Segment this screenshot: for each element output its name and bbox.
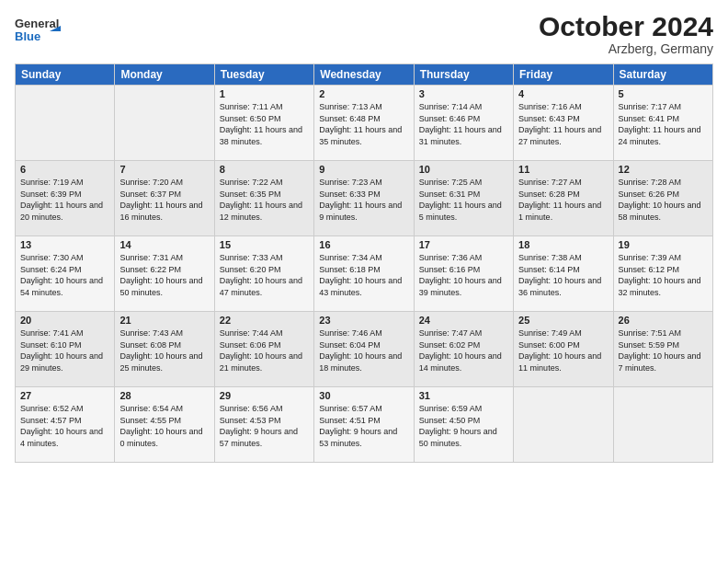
- svg-text:Blue: Blue: [15, 29, 40, 43]
- day-number: 26: [619, 315, 708, 326]
- calendar-cell-3-4: 24Sunrise: 7:47 AMSunset: 6:02 PMDayligh…: [414, 312, 513, 387]
- cell-info: Sunrise: 6:52 AMSunset: 4:57 PMDaylight:…: [20, 404, 103, 448]
- calendar-cell-4-6: [613, 387, 712, 463]
- calendar-cell-1-0: 6Sunrise: 7:19 AMSunset: 6:39 PMDaylight…: [16, 161, 115, 236]
- calendar-cell-2-1: 14Sunrise: 7:31 AMSunset: 6:22 PMDayligh…: [115, 236, 214, 312]
- col-wednesday: Wednesday: [314, 64, 414, 86]
- calendar-cell-0-1: [115, 86, 214, 161]
- cell-info: Sunrise: 7:13 AMSunset: 6:48 PMDaylight:…: [319, 102, 402, 146]
- cell-info: Sunrise: 6:59 AMSunset: 4:50 PMDaylight:…: [419, 404, 497, 448]
- calendar-cell-1-1: 7Sunrise: 7:20 AMSunset: 6:37 PMDaylight…: [115, 161, 214, 236]
- calendar-cell-2-6: 19Sunrise: 7:39 AMSunset: 6:12 PMDayligh…: [613, 236, 712, 312]
- day-number: 11: [518, 164, 608, 175]
- week-row-1: 6Sunrise: 7:19 AMSunset: 6:39 PMDaylight…: [16, 161, 713, 236]
- calendar-cell-1-2: 8Sunrise: 7:22 AMSunset: 6:35 PMDaylight…: [214, 161, 313, 236]
- month-title: October 2024: [539, 11, 713, 41]
- cell-info: Sunrise: 7:25 AMSunset: 6:31 PMDaylight:…: [419, 178, 502, 222]
- calendar-cell-0-4: 3Sunrise: 7:14 AMSunset: 6:46 PMDaylight…: [414, 86, 513, 161]
- week-row-4: 27Sunrise: 6:52 AMSunset: 4:57 PMDayligh…: [16, 387, 713, 463]
- day-number: 5: [619, 88, 708, 99]
- calendar-cell-1-4: 10Sunrise: 7:25 AMSunset: 6:31 PMDayligh…: [414, 161, 513, 236]
- day-number: 20: [20, 315, 109, 326]
- week-row-2: 13Sunrise: 7:30 AMSunset: 6:24 PMDayligh…: [16, 236, 713, 312]
- day-number: 25: [518, 315, 608, 326]
- cell-info: Sunrise: 7:16 AMSunset: 6:43 PMDaylight:…: [518, 102, 601, 146]
- day-number: 15: [220, 239, 309, 250]
- day-number: 9: [319, 164, 408, 175]
- cell-info: Sunrise: 7:34 AMSunset: 6:18 PMDaylight:…: [319, 253, 402, 297]
- calendar-cell-4-3: 30Sunrise: 6:57 AMSunset: 4:51 PMDayligh…: [314, 387, 414, 463]
- day-number: 7: [119, 164, 209, 175]
- col-thursday: Thursday: [414, 64, 513, 86]
- day-number: 30: [319, 390, 408, 401]
- day-number: 23: [319, 315, 408, 326]
- calendar-cell-4-1: 28Sunrise: 6:54 AMSunset: 4:55 PMDayligh…: [115, 387, 214, 463]
- day-number: 22: [220, 315, 309, 326]
- day-number: 13: [20, 239, 109, 250]
- cell-info: Sunrise: 7:19 AMSunset: 6:39 PMDaylight:…: [20, 178, 103, 222]
- col-tuesday: Tuesday: [214, 64, 313, 86]
- day-number: 10: [419, 164, 508, 175]
- calendar-cell-3-6: 26Sunrise: 7:51 AMSunset: 5:59 PMDayligh…: [613, 312, 712, 387]
- day-number: 29: [220, 390, 309, 401]
- cell-info: Sunrise: 7:27 AMSunset: 6:28 PMDaylight:…: [518, 178, 601, 222]
- cell-info: Sunrise: 7:14 AMSunset: 6:46 PMDaylight:…: [419, 102, 502, 146]
- day-number: 2: [319, 88, 408, 99]
- day-number: 14: [119, 239, 209, 250]
- day-number: 3: [419, 88, 508, 99]
- calendar-cell-4-0: 27Sunrise: 6:52 AMSunset: 4:57 PMDayligh…: [16, 387, 115, 463]
- calendar-cell-3-2: 22Sunrise: 7:44 AMSunset: 6:06 PMDayligh…: [214, 312, 313, 387]
- cell-info: Sunrise: 7:23 AMSunset: 6:33 PMDaylight:…: [319, 178, 402, 222]
- day-number: 12: [619, 164, 708, 175]
- day-number: 27: [20, 390, 109, 401]
- cell-info: Sunrise: 7:46 AMSunset: 6:04 PMDaylight:…: [319, 328, 402, 373]
- col-friday: Friday: [514, 64, 613, 86]
- cell-info: Sunrise: 7:36 AMSunset: 6:16 PMDaylight:…: [419, 253, 502, 297]
- calendar-cell-0-3: 2Sunrise: 7:13 AMSunset: 6:48 PMDaylight…: [314, 86, 414, 161]
- calendar-cell-3-1: 21Sunrise: 7:43 AMSunset: 6:08 PMDayligh…: [115, 312, 214, 387]
- day-number: 1: [220, 88, 309, 99]
- day-number: 21: [119, 315, 209, 326]
- cell-info: Sunrise: 7:17 AMSunset: 6:41 PMDaylight:…: [619, 102, 701, 146]
- cell-info: Sunrise: 7:39 AMSunset: 6:12 PMDaylight:…: [619, 253, 701, 297]
- calendar-cell-2-5: 18Sunrise: 7:38 AMSunset: 6:14 PMDayligh…: [514, 236, 613, 312]
- cell-info: Sunrise: 7:38 AMSunset: 6:14 PMDaylight:…: [518, 253, 601, 297]
- calendar-cell-0-0: [16, 86, 115, 161]
- col-monday: Monday: [115, 64, 214, 86]
- day-number: 18: [518, 239, 608, 250]
- day-number: 16: [319, 239, 408, 250]
- calendar-cell-1-3: 9Sunrise: 7:23 AMSunset: 6:33 PMDaylight…: [314, 161, 414, 236]
- calendar-cell-4-4: 31Sunrise: 6:59 AMSunset: 4:50 PMDayligh…: [414, 387, 513, 463]
- calendar-cell-0-2: 1Sunrise: 7:11 AMSunset: 6:50 PMDaylight…: [214, 86, 313, 161]
- location: Arzberg, Germany: [539, 41, 713, 56]
- calendar-cell-1-5: 11Sunrise: 7:27 AMSunset: 6:28 PMDayligh…: [514, 161, 613, 236]
- day-number: 24: [419, 315, 508, 326]
- col-sunday: Sunday: [16, 64, 115, 86]
- calendar-table: Sunday Monday Tuesday Wednesday Thursday…: [15, 63, 713, 463]
- day-number: 19: [619, 239, 708, 250]
- calendar-cell-0-5: 4Sunrise: 7:16 AMSunset: 6:43 PMDaylight…: [514, 86, 613, 161]
- day-number: 8: [220, 164, 309, 175]
- calendar-cell-2-4: 17Sunrise: 7:36 AMSunset: 6:16 PMDayligh…: [414, 236, 513, 312]
- cell-info: Sunrise: 7:22 AMSunset: 6:35 PMDaylight:…: [220, 178, 302, 222]
- cell-info: Sunrise: 6:54 AMSunset: 4:55 PMDaylight:…: [119, 404, 202, 448]
- cell-info: Sunrise: 7:33 AMSunset: 6:20 PMDaylight:…: [220, 253, 302, 297]
- calendar-cell-4-2: 29Sunrise: 6:56 AMSunset: 4:53 PMDayligh…: [214, 387, 313, 463]
- cell-info: Sunrise: 7:11 AMSunset: 6:50 PMDaylight:…: [220, 102, 302, 146]
- header: General Blue October 2024 Arzberg, Germa…: [15, 11, 713, 56]
- cell-info: Sunrise: 6:56 AMSunset: 4:53 PMDaylight:…: [220, 404, 298, 448]
- cell-info: Sunrise: 7:49 AMSunset: 6:00 PMDaylight:…: [518, 328, 601, 373]
- cell-info: Sunrise: 7:41 AMSunset: 6:10 PMDaylight:…: [20, 328, 103, 373]
- calendar-cell-1-6: 12Sunrise: 7:28 AMSunset: 6:26 PMDayligh…: [613, 161, 712, 236]
- day-number: 6: [20, 164, 109, 175]
- cell-info: Sunrise: 7:31 AMSunset: 6:22 PMDaylight:…: [119, 253, 202, 297]
- day-number: 17: [419, 239, 508, 250]
- cell-info: Sunrise: 7:51 AMSunset: 5:59 PMDaylight:…: [619, 328, 701, 373]
- day-number: 31: [419, 390, 508, 401]
- calendar-header-row: Sunday Monday Tuesday Wednesday Thursday…: [16, 64, 713, 86]
- title-block: October 2024 Arzberg, Germany: [539, 11, 713, 56]
- calendar-cell-3-0: 20Sunrise: 7:41 AMSunset: 6:10 PMDayligh…: [16, 312, 115, 387]
- calendar-cell-3-5: 25Sunrise: 7:49 AMSunset: 6:00 PMDayligh…: [514, 312, 613, 387]
- calendar-cell-0-6: 5Sunrise: 7:17 AMSunset: 6:41 PMDaylight…: [613, 86, 712, 161]
- day-number: 4: [518, 88, 608, 99]
